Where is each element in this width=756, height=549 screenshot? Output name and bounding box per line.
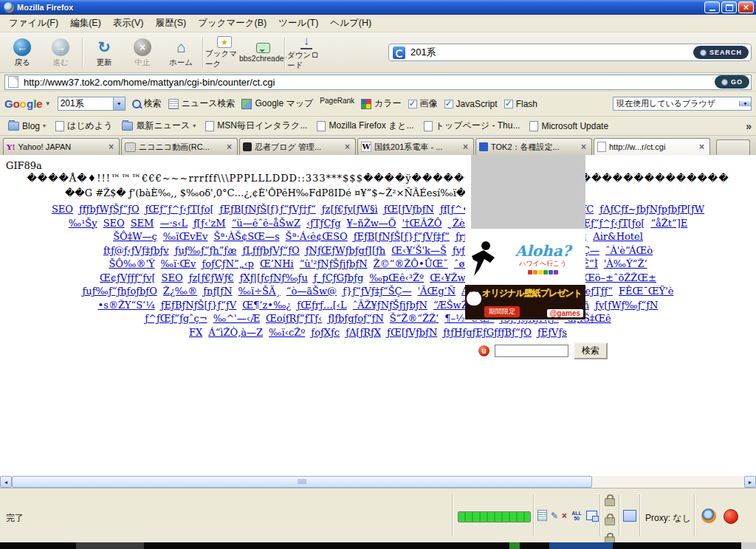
content-link[interactable]: ‰^'—‹Æ [213,313,260,324]
edit-extension-icon[interactable]: ✎ [551,511,558,521]
menu-item[interactable]: ツール(T) [272,15,324,32]
search-submit-button[interactable]: SEARCH [693,46,749,59]
content-link[interactable]: “ü—êˆê–åŠwZ [232,218,300,229]
content-link[interactable]: ƒoƒCƒN”„‹p [202,258,253,269]
bookmark-item[interactable]: 最新ニュース▾ [118,118,199,134]
content-link[interactable]: ŒoíƒRƒ“ƒTƒ‹ [266,313,322,324]
content-link[interactable]: SEM [131,218,154,229]
content-link[interactable]: '†ŒÃŽÔ [402,218,441,229]
content-link[interactable]: ‰ï‹cŽº [269,327,305,338]
content-link[interactable]: ƒNƒŒƒWƒbƒgƒJ[ƒh [306,245,386,256]
maximize-button[interactable] [721,1,737,13]
bookmark-item[interactable]: Mozilla Firefox まと... [313,118,417,134]
bookmark-item[interactable]: Microsoft Update [526,120,612,133]
content-link[interactable]: ƒEƒVƒs [537,327,567,338]
tab-close-icon[interactable]: × [343,142,352,152]
back-button[interactable]: ←戻る [3,35,41,71]
toolbar-search-input[interactable] [409,46,693,59]
google-logo[interactable]: Google▼ [4,97,51,110]
tab-close-icon[interactable]: × [461,142,470,152]
bookmark-item[interactable]: トップページ - Thu... [420,118,524,134]
download-button[interactable]: ↓ダウンロード [287,35,326,71]
bbs2chreader-button[interactable]: bbs2chreader [244,35,282,71]
content-link[interactable]: ƒnƒ[ƒN [203,286,232,297]
content-link[interactable]: 'ÃŒg‘Ñ [418,286,456,297]
wallpaper-ad-banner[interactable]: オリジナル壁紙プレゼント 期間限定 @games [465,285,585,320]
red-face-extension-icon[interactable] [724,509,738,524]
gbar-toggle-Flash[interactable]: Flash [504,97,537,110]
content-link[interactable]: ˆÀ'è“ÁŒò [605,245,653,256]
scroll-left-button[interactable]: ◄ [0,476,12,488]
scrollbar-thumb[interactable]: ⦀⦀⦀ [12,476,592,488]
content-link[interactable]: Œ¶‘z•‰¿ [242,300,291,311]
content-link[interactable]: ƒAƒCƒf~ƒbƒNƒpƒbƒP[ƒW [599,204,704,215]
content-link[interactable]: ƒ[ƒ‹'zM [193,218,226,229]
content-link[interactable]: ‰¹Šy [69,218,97,229]
content-link[interactable]: ƒy[ƒWƒ‰ƒ“ƒN [595,300,658,311]
tab[interactable]: Yahoo! JAPAN× [3,138,120,155]
content-link[interactable]: ƒ^ƒŒƒ“ƒgˆç¬ [145,313,207,324]
content-link[interactable]: ƒA[ƒRƒX [346,327,381,338]
content-link[interactable]: “û'²ƒNƒŠƒjƒbƒN [300,258,368,269]
content-link[interactable]: ƒz[ƒ€ƒWƒ€ [189,272,234,283]
reload-button[interactable]: ↻更新 [85,35,123,71]
tab-close-icon[interactable]: × [579,142,588,152]
content-link[interactable]: Œ’NHi [260,258,294,269]
content-link[interactable]: Œ¢ƒVƒƒƒ“ƒv[ [100,272,156,283]
url-input[interactable] [22,76,711,89]
scroll-right-button[interactable]: ► [744,476,756,488]
content-link[interactable]: FÊŒ¯ŒŸ'è [619,286,673,297]
content-link[interactable]: ƒtƒHƒgƒEƒGƒfƒBƒ“ƒO [443,327,532,338]
tab-close-icon[interactable]: × [106,142,116,152]
new-tab-stub[interactable] [716,139,750,155]
bookmark-item[interactable]: Blog▾ [4,120,49,133]
content-link[interactable]: SEO [52,204,73,215]
content-link[interactable]: Œö–±ˆõŽŽŒ± [584,272,656,283]
google-logo-dropdown-icon[interactable]: ▼ [45,100,51,107]
browser-select-arrow-icon[interactable]: ▼ [739,101,751,106]
tab-close-icon[interactable]: × [224,142,234,152]
tab-close-icon[interactable]: × [697,142,707,152]
content-link[interactable]: ƒŒƒrƒ…[‹L [297,300,346,311]
firefox-statusbar-icon[interactable] [701,508,716,523]
menu-item[interactable]: ブックマーク(B) [192,15,272,32]
content-link[interactable]: ƒuƒ‰ƒ“ƒhƒoƒbƒO [83,286,157,297]
tab[interactable]: TOK2：各種設定...× [475,138,592,155]
content-link[interactable]: ftƒ@ƒ‹ƒVƒ‡ƒbƒv [103,245,169,256]
content-link[interactable]: FX [189,327,202,338]
menu-item[interactable]: 表示(V) [107,15,150,32]
content-link[interactable]: ƒ݃fƒbƒWƒŠƒ“ƒO [79,204,140,215]
content-link[interactable]: •s®ŽY“S‘¼ [98,300,155,311]
content-link[interactable]: —·s‹L [159,218,188,229]
content-link[interactable]: ƒŒƒ“ƒ^ƒ‹ƒT[ƒo[ [576,218,645,229]
toolbar-search-box[interactable]: SEARCH [388,44,752,61]
content-link[interactable]: ƒEƒBƒNƒŠ[ƒ}ƒ“ƒV [161,300,236,311]
menu-item[interactable]: ヘルプ(H) [324,15,377,32]
counter-search-input[interactable] [495,345,568,357]
content-link[interactable]: ˆÃŽ¥ƒNƒŠƒjƒbƒN [353,300,427,311]
content-link[interactable]: ¥–ñŽw—Ö [347,218,396,229]
content-link[interactable]: ƒEƒB[ƒNƒŠ[ƒ}ƒ“ƒVƒ†ƒ“ [220,204,316,215]
content-link[interactable]: ‰ï÷ŠÄ¸ [238,286,281,297]
content-link[interactable]: ƒŒ[ƒVƒbƒN [384,204,434,215]
content-link[interactable]: Ž©“®ŽÔ•ÛŒ¯ [374,258,448,269]
window-extension-icon[interactable] [586,511,597,520]
content-link[interactable]: Á“ìŽÒ‚à—Z [208,327,263,338]
content-link[interactable]: ƒlƒbƒgƒoƒ“ƒN [328,313,384,324]
aloha-ad-banner[interactable]: Aloha? ハワイへ行こう [465,238,585,279]
content-link[interactable]: Œ‹¥‘Š'k—Š [391,245,447,256]
home-button[interactable]: ⌂ホーム [162,35,200,71]
proxy-status[interactable]: Proxy: なし [645,512,691,525]
content-link[interactable]: ƒuƒ‰ƒ“ƒh”ƒæ [175,245,237,256]
adblock-count-badge[interactable]: ALL 50 [571,511,583,521]
bookmarks-overflow-chevron[interactable]: » [746,120,752,132]
content-link[interactable]: ŠÔ‡W—ç [113,231,157,242]
block-extension-icon[interactable]: × [562,511,567,521]
content-link[interactable]: ‰ïŒvEv [163,231,208,242]
content-link[interactable]: “åŽt“]E [650,218,687,229]
content-link[interactable]: ƒŒ[ƒVƒbƒN [387,327,437,338]
checkbox-icon[interactable] [444,100,453,108]
url-field[interactable]: GO [4,75,752,90]
content-link[interactable]: ƒXƒ|[ƒcƒNƒ‰ƒu [240,272,308,283]
browser-select[interactable]: 現在使用しているブラウザ ▼ [613,97,752,111]
